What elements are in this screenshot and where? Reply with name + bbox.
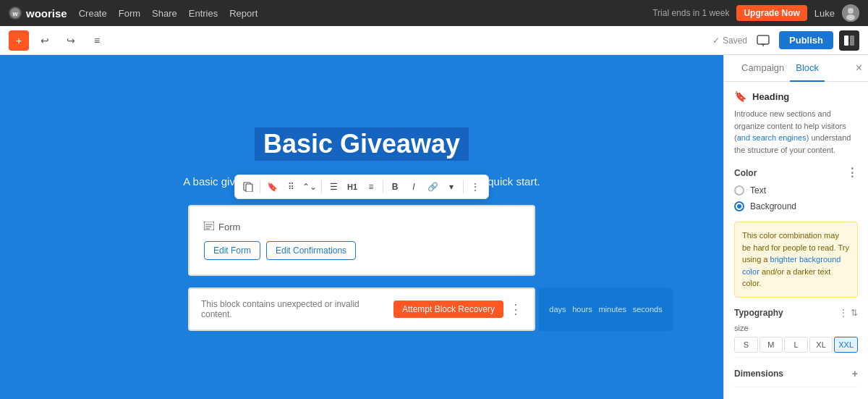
italic-button[interactable]: I bbox=[405, 178, 422, 196]
color-warning: This color combination may be hard for p… bbox=[734, 222, 858, 298]
svg-point-4 bbox=[846, 14, 855, 20]
panel-tabs: Campaign Block × bbox=[724, 55, 868, 82]
error-block-container: This block contains unexpected or invali… bbox=[188, 287, 535, 331]
redo-button[interactable]: ↪ bbox=[61, 30, 81, 51]
bookmark-format-button[interactable]: 🔖 bbox=[263, 178, 281, 196]
size-s[interactable]: S bbox=[734, 337, 758, 353]
nav-entries[interactable]: Entries bbox=[189, 8, 218, 19]
undo-button[interactable]: ↩ bbox=[35, 30, 55, 51]
copy-format-button[interactable] bbox=[239, 178, 257, 196]
h1-button[interactable]: H1 bbox=[344, 178, 361, 196]
advanced-header[interactable]: Advanced ⌄ bbox=[734, 395, 858, 400]
block-options-button[interactable]: ⋮ bbox=[467, 178, 484, 196]
color-section-title: Color ⋮ bbox=[734, 166, 858, 180]
desktop-view-button[interactable] bbox=[753, 30, 773, 51]
link-button[interactable]: 🔗 bbox=[424, 178, 441, 196]
panel-close-button[interactable]: × bbox=[856, 55, 862, 81]
heading-block: Basic Giveaway bbox=[255, 127, 469, 161]
svg-rect-5 bbox=[757, 35, 769, 44]
error-block: This block contains unexpected or invali… bbox=[188, 287, 535, 331]
checkmark-icon: ✓ bbox=[712, 35, 720, 46]
svg-rect-9 bbox=[850, 35, 854, 46]
toolbar-right: ✓ Saved Publish bbox=[712, 30, 859, 51]
form-action-buttons: Edit Form Edit Confirmations bbox=[204, 241, 519, 260]
bookmark-icon: 🔖 bbox=[734, 91, 746, 102]
bold-button[interactable]: B bbox=[386, 178, 404, 196]
upgrade-button[interactable]: Upgrade Now bbox=[736, 5, 807, 21]
advanced-section: Advanced ⌄ bbox=[734, 387, 858, 400]
logo-icon: w bbox=[9, 7, 22, 20]
tab-campaign[interactable]: Campaign bbox=[736, 55, 790, 82]
size-l[interactable]: L bbox=[784, 337, 808, 353]
background-radio[interactable] bbox=[734, 201, 744, 211]
radio-dot bbox=[737, 204, 741, 209]
app-name: woorise bbox=[26, 7, 67, 20]
undo-icon: ↩ bbox=[41, 35, 49, 46]
svg-text:w: w bbox=[12, 10, 18, 17]
color-option-text[interactable]: Text bbox=[734, 185, 858, 196]
nav-items: Create Form Share Entries Report bbox=[79, 8, 258, 19]
align-button[interactable]: ☰ bbox=[325, 178, 342, 196]
nav-share[interactable]: Share bbox=[152, 8, 177, 19]
edit-confirmations-button[interactable]: Edit Confirmations bbox=[266, 241, 356, 260]
size-controls: size bbox=[734, 324, 858, 332]
avatar[interactable] bbox=[842, 4, 859, 22]
expand-icon: + bbox=[852, 368, 858, 379]
size-label: size bbox=[734, 324, 749, 332]
panel-toggle-button[interactable] bbox=[839, 30, 859, 51]
nav-form[interactable]: Form bbox=[119, 8, 140, 19]
toolbar: + ↩ ↪ ≡ ✓ Saved Publish bbox=[0, 26, 868, 55]
seconds-label: seconds bbox=[633, 305, 663, 314]
block-type-heading: 🔖 Heading bbox=[734, 91, 858, 102]
recover-button[interactable]: Attempt Block Recovery bbox=[393, 301, 503, 318]
trial-text: Trial ends in 1 week bbox=[652, 8, 729, 18]
floating-toolbar: 🔖 ⠿ ⌃⌄ ☰ H1 ≡ B I 🔗 ▾ ⋮ bbox=[234, 175, 489, 199]
svg-rect-8 bbox=[844, 35, 848, 46]
redo-icon: ↪ bbox=[67, 35, 75, 46]
minutes-label: minutes bbox=[598, 305, 626, 314]
panel-content: 🔖 Heading Introduce new sections and org… bbox=[724, 82, 868, 399]
nav-create[interactable]: Create bbox=[79, 8, 107, 19]
block-type-label: Heading bbox=[752, 91, 789, 102]
top-nav-right: Trial ends in 1 week Upgrade Now Luke bbox=[652, 4, 859, 22]
days-label: days bbox=[549, 305, 566, 314]
size-options: S M L XL XXL bbox=[734, 337, 858, 353]
svg-point-3 bbox=[848, 8, 854, 14]
text-radio[interactable] bbox=[734, 185, 744, 196]
block-options-dots[interactable]: ⋮ bbox=[509, 301, 522, 317]
block-description: Introduce new sections and organize cont… bbox=[734, 108, 858, 156]
countdown-area: days hours minutes seconds bbox=[539, 287, 673, 331]
page-title[interactable]: Basic Giveaway bbox=[255, 127, 469, 161]
color-menu-button[interactable]: ⋮ bbox=[846, 166, 858, 180]
publish-button[interactable]: Publish bbox=[779, 31, 833, 49]
move-button[interactable]: ⌃⌄ bbox=[301, 178, 318, 196]
size-xxl[interactable]: XXL bbox=[834, 337, 858, 353]
size-xl[interactable]: XL bbox=[809, 337, 833, 353]
drag-handle-button[interactable]: ⠿ bbox=[282, 178, 299, 196]
list-format-button[interactable]: ≡ bbox=[362, 178, 380, 196]
error-text: This block contains unexpected or invali… bbox=[201, 299, 388, 319]
color-options: Text Background bbox=[734, 185, 858, 211]
app-logo: w woorise bbox=[9, 7, 67, 20]
typography-adjust-button[interactable]: ⇅ bbox=[851, 308, 858, 318]
typography-controls: ⋮ ⇅ bbox=[839, 308, 858, 318]
add-button[interactable]: + bbox=[9, 30, 29, 51]
more-formats-button[interactable]: ▾ bbox=[443, 178, 460, 196]
form-icon bbox=[204, 221, 214, 232]
color-option-background[interactable]: Background bbox=[734, 201, 858, 211]
dimensions-header[interactable]: Dimensions + bbox=[734, 365, 858, 382]
form-label-text: Form bbox=[218, 222, 240, 232]
typography-menu-button[interactable]: ⋮ bbox=[839, 308, 848, 318]
tab-block[interactable]: Block bbox=[790, 55, 825, 82]
right-panel: Campaign Block × 🔖 Heading Introduce new… bbox=[723, 55, 868, 399]
dimensions-section: Dimensions + bbox=[734, 357, 858, 382]
edit-form-button[interactable]: Edit Form bbox=[204, 241, 260, 260]
user-name[interactable]: Luke bbox=[814, 8, 835, 19]
nav-report[interactable]: Report bbox=[229, 8, 258, 19]
menu-button[interactable]: ≡ bbox=[87, 30, 107, 51]
svg-rect-11 bbox=[246, 184, 252, 192]
plus-icon: + bbox=[16, 35, 22, 46]
visitors-link[interactable]: and search engines bbox=[737, 133, 807, 142]
size-m[interactable]: M bbox=[760, 337, 783, 353]
close-icon: × bbox=[856, 62, 862, 75]
